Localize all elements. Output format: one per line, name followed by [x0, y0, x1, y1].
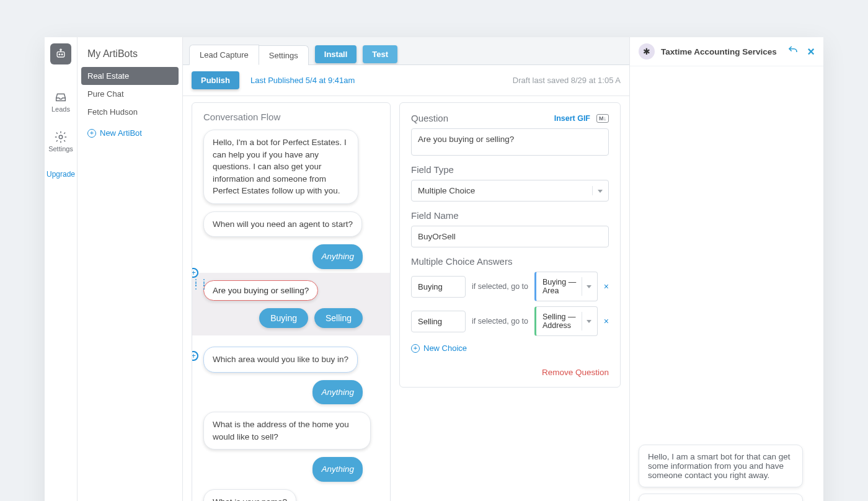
draft-saved-text: Draft last saved 8/29 at 1:05 A	[513, 76, 621, 85]
new-artibot-button[interactable]: + New ArtiBot	[78, 121, 182, 145]
preview-message-1: Hello, I am a smart bot for that can get…	[639, 445, 803, 487]
plus-icon: +	[411, 344, 420, 353]
goto-select-2[interactable]: Selling — Address	[534, 306, 598, 336]
drag-handle-icon[interactable]: ⋮⋮⋮⋮	[192, 280, 208, 288]
undo-icon[interactable]	[787, 45, 799, 56]
answer-input-2[interactable]: Selling	[411, 311, 466, 332]
choice-buying[interactable]: Buying	[259, 308, 308, 328]
choice-selling[interactable]: Selling	[314, 308, 363, 328]
answer-input-1[interactable]: Buying	[411, 276, 466, 298]
sidebar-title: My ArtiBots	[78, 48, 182, 67]
new-choice-label: New Choice	[423, 344, 467, 353]
goto-label-2: if selected, go to	[472, 317, 528, 326]
main-area: Lead Capture Settings Install Test Publi…	[183, 37, 629, 501]
bot-item-real-estate[interactable]: Real Estate	[81, 67, 179, 85]
markdown-badge[interactable]: M↓	[596, 114, 609, 123]
conversation-flow-card: Conversation Flow Hello, I'm a bot for P…	[192, 102, 391, 501]
new-choice-button[interactable]: + New Choice	[411, 344, 609, 353]
insert-gif-link[interactable]: Insert GIF	[554, 114, 590, 123]
bot-item-pure-chat[interactable]: Pure Chat	[78, 85, 182, 103]
field-name-label: Field Name	[411, 210, 609, 221]
user-response-anything-3[interactable]: Anything	[312, 457, 363, 482]
nav-leads[interactable]: Leads	[51, 91, 70, 113]
field-name-input[interactable]: BuyOrSell	[411, 226, 609, 247]
add-node-before[interactable]: +	[192, 268, 198, 278]
bot-question-name[interactable]: What is your name?	[203, 489, 296, 501]
nav-upgrade[interactable]: Upgrade	[46, 170, 75, 179]
icon-rail: Leads Settings Upgrade Help Chat	[45, 37, 78, 501]
bots-sidebar: My ArtiBots Real Estate Pure Chat Fetch …	[78, 37, 183, 501]
tabs-row: Lead Capture Settings Install Test	[183, 37, 629, 64]
svg-point-1	[59, 54, 60, 55]
config-question-label: Question	[411, 113, 448, 123]
tab-lead-capture[interactable]: Lead Capture	[189, 45, 259, 65]
bot-question-address[interactable]: What is the address of the home you woul…	[203, 412, 371, 450]
last-published-text: Last Published 5/4 at 9:41am	[250, 76, 355, 85]
question-text-input[interactable]: Are you buying or selling?	[411, 128, 609, 156]
remove-answer-1[interactable]: ×	[604, 282, 609, 291]
toolbar: Publish Last Published 5/4 at 9:41am Dra…	[183, 65, 629, 96]
gear-icon	[54, 130, 68, 144]
nav-leads-label: Leads	[51, 105, 70, 113]
install-button[interactable]: Install	[315, 45, 357, 63]
field-type-select[interactable]: Multiple Choice	[411, 180, 609, 202]
goto-select-1[interactable]: Buying — Area	[534, 272, 598, 301]
editor-columns: Conversation Flow Hello, I'm a bot for P…	[183, 96, 629, 501]
selected-question-bubble[interactable]: Are you buying or selling?	[203, 280, 318, 301]
test-button[interactable]: Test	[363, 45, 397, 63]
preview-body: Hello, I am a smart bot for that can get…	[630, 66, 823, 501]
app-logo[interactable]	[50, 43, 71, 64]
answers-label: Multiple Choice Answers	[411, 256, 609, 267]
preview-avatar-icon: ✱	[639, 43, 655, 60]
close-icon[interactable]: ×	[807, 45, 815, 59]
user-response-anything-1[interactable]: Anything	[312, 244, 363, 269]
nav-settings-label: Settings	[48, 145, 73, 153]
preview-message-2: Which type of service (business accounti…	[639, 494, 803, 501]
new-artibot-label: New ArtiBot	[100, 128, 142, 138]
chat-preview-panel: ✱ Taxtime Accounting Services × Hello, I…	[629, 37, 823, 501]
plus-icon: +	[87, 129, 96, 138]
config-header-question: Question Insert GIF M↓	[411, 113, 609, 123]
tab-settings[interactable]: Settings	[259, 45, 309, 65]
content-shell: Publish Last Published 5/4 at 9:41am Dra…	[183, 64, 629, 501]
nav-settings[interactable]: Settings	[48, 130, 73, 153]
preview-title: Taxtime Accounting Services	[661, 47, 777, 56]
goto-label-1: if selected, go to	[472, 282, 528, 291]
svg-point-2	[61, 54, 63, 55]
selected-node-region: + ⋮⋮⋮⋮ Are you buying or selling? Buying…	[192, 273, 390, 335]
app-shell: Leads Settings Upgrade Help Chat My Arti…	[45, 37, 823, 501]
inbox-icon	[54, 91, 68, 104]
user-response-anything-2[interactable]: Anything	[312, 380, 363, 405]
question-config-card: Question Insert GIF M↓ Are you buying or…	[399, 102, 621, 388]
remove-question-link[interactable]: Remove Question	[411, 368, 609, 377]
bot-question-area[interactable]: Which area would you like to buy in?	[203, 347, 358, 373]
bot-item-fetch-hudson[interactable]: Fetch Hudson	[78, 103, 182, 121]
preview-header: ✱ Taxtime Accounting Services ×	[630, 37, 823, 66]
field-type-label: Field Type	[411, 164, 609, 175]
remove-answer-2[interactable]: ×	[604, 316, 609, 326]
svg-point-3	[60, 49, 61, 50]
svg-point-4	[59, 135, 63, 139]
flow-title: Conversation Flow	[192, 103, 390, 126]
publish-button[interactable]: Publish	[192, 71, 239, 89]
bot-message-intro[interactable]: Hello, I'm a bot for Perfect Estates. I …	[203, 130, 358, 204]
svg-rect-0	[57, 52, 64, 57]
bot-question-agent[interactable]: When will you need an agent to start?	[203, 211, 362, 237]
